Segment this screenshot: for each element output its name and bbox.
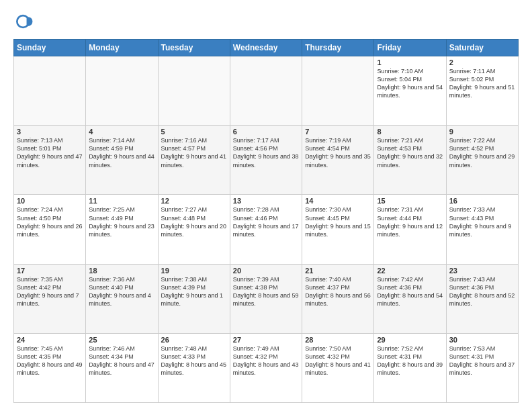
- calendar-day: 14Sunrise: 7:30 AM Sunset: 4:45 PM Dayli…: [302, 195, 374, 264]
- calendar-day: 3Sunrise: 7:13 AM Sunset: 5:01 PM Daylig…: [14, 126, 86, 195]
- calendar-day: 2Sunrise: 7:11 AM Sunset: 5:02 PM Daylig…: [446, 56, 518, 126]
- calendar-day: 30Sunrise: 7:53 AM Sunset: 4:31 PM Dayli…: [446, 333, 518, 402]
- day-info: Sunrise: 7:39 AM Sunset: 4:38 PM Dayligh…: [233, 275, 299, 308]
- page: SundayMondayTuesdayWednesdayThursdayFrid…: [0, 0, 532, 411]
- col-header-sunday: Sunday: [14, 40, 86, 56]
- calendar-day: 5Sunrise: 7:16 AM Sunset: 4:57 PM Daylig…: [158, 126, 230, 195]
- day-number: 17: [17, 267, 83, 275]
- calendar-day: 9Sunrise: 7:22 AM Sunset: 4:52 PM Daylig…: [446, 126, 518, 195]
- day-info: Sunrise: 7:28 AM Sunset: 4:46 PM Dayligh…: [233, 205, 299, 238]
- day-number: 20: [233, 267, 299, 275]
- col-header-wednesday: Wednesday: [230, 40, 302, 56]
- day-number: 7: [305, 128, 371, 136]
- calendar-day: 20Sunrise: 7:39 AM Sunset: 4:38 PM Dayli…: [230, 264, 302, 333]
- calendar-day: 23Sunrise: 7:43 AM Sunset: 4:36 PM Dayli…: [446, 264, 518, 333]
- calendar-day: [230, 56, 302, 126]
- day-number: 11: [89, 197, 154, 205]
- day-info: Sunrise: 7:49 AM Sunset: 4:32 PM Dayligh…: [233, 345, 299, 377]
- day-info: Sunrise: 7:48 AM Sunset: 4:33 PM Dayligh…: [161, 345, 227, 377]
- day-number: 10: [17, 197, 83, 205]
- header: [13, 11, 519, 32]
- day-info: Sunrise: 7:11 AM Sunset: 5:02 PM Dayligh…: [449, 67, 515, 100]
- calendar-day: 17Sunrise: 7:35 AM Sunset: 4:42 PM Dayli…: [14, 264, 86, 333]
- day-info: Sunrise: 7:43 AM Sunset: 4:36 PM Dayligh…: [449, 275, 515, 308]
- calendar-day: 13Sunrise: 7:28 AM Sunset: 4:46 PM Dayli…: [230, 195, 302, 264]
- day-number: 27: [233, 336, 299, 344]
- day-number: 18: [89, 267, 154, 275]
- day-number: 26: [161, 336, 227, 344]
- day-number: 5: [161, 128, 227, 136]
- calendar-day: 4Sunrise: 7:14 AM Sunset: 4:59 PM Daylig…: [86, 126, 158, 195]
- day-number: 12: [161, 197, 227, 205]
- day-number: 22: [377, 267, 443, 275]
- day-number: 19: [161, 267, 227, 275]
- day-info: Sunrise: 7:24 AM Sunset: 4:50 PM Dayligh…: [17, 205, 83, 238]
- calendar-day: [14, 56, 86, 126]
- day-info: Sunrise: 7:53 AM Sunset: 4:31 PM Dayligh…: [449, 345, 515, 377]
- calendar-day: 26Sunrise: 7:48 AM Sunset: 4:33 PM Dayli…: [158, 333, 230, 402]
- day-info: Sunrise: 7:16 AM Sunset: 4:57 PM Dayligh…: [161, 136, 227, 169]
- day-info: Sunrise: 7:42 AM Sunset: 4:36 PM Dayligh…: [377, 275, 443, 308]
- calendar-week-5: 24Sunrise: 7:45 AM Sunset: 4:35 PM Dayli…: [14, 333, 519, 402]
- calendar-week-4: 17Sunrise: 7:35 AM Sunset: 4:42 PM Dayli…: [14, 264, 519, 333]
- day-info: Sunrise: 7:45 AM Sunset: 4:35 PM Dayligh…: [17, 345, 83, 377]
- calendar-day: 6Sunrise: 7:17 AM Sunset: 4:56 PM Daylig…: [230, 126, 302, 195]
- day-number: 15: [377, 197, 443, 205]
- calendar-day: 19Sunrise: 7:38 AM Sunset: 4:39 PM Dayli…: [158, 264, 230, 333]
- day-number: 25: [89, 336, 154, 344]
- day-number: 30: [449, 336, 515, 344]
- calendar-day: [86, 56, 158, 126]
- calendar-table: SundayMondayTuesdayWednesdayThursdayFrid…: [13, 39, 519, 403]
- calendar-day: 28Sunrise: 7:50 AM Sunset: 4:32 PM Dayli…: [302, 333, 374, 402]
- day-info: Sunrise: 7:36 AM Sunset: 4:40 PM Dayligh…: [89, 275, 154, 308]
- day-number: 29: [377, 336, 443, 344]
- calendar-week-2: 3Sunrise: 7:13 AM Sunset: 5:01 PM Daylig…: [14, 126, 519, 195]
- calendar-day: 29Sunrise: 7:52 AM Sunset: 4:31 PM Dayli…: [374, 333, 446, 402]
- calendar-day: 18Sunrise: 7:36 AM Sunset: 4:40 PM Dayli…: [86, 264, 158, 333]
- day-info: Sunrise: 7:25 AM Sunset: 4:49 PM Dayligh…: [89, 205, 154, 238]
- day-number: 8: [377, 128, 443, 136]
- day-info: Sunrise: 7:17 AM Sunset: 4:56 PM Dayligh…: [233, 136, 299, 169]
- day-number: 16: [449, 197, 515, 205]
- calendar-day: 16Sunrise: 7:33 AM Sunset: 4:43 PM Dayli…: [446, 195, 518, 264]
- day-number: 1: [377, 58, 443, 66]
- day-number: 6: [233, 128, 299, 136]
- col-header-tuesday: Tuesday: [158, 40, 230, 56]
- calendar-day: 7Sunrise: 7:19 AM Sunset: 4:54 PM Daylig…: [302, 126, 374, 195]
- day-number: 23: [449, 267, 515, 275]
- calendar-day: 1Sunrise: 7:10 AM Sunset: 5:04 PM Daylig…: [374, 56, 446, 126]
- col-header-thursday: Thursday: [302, 40, 374, 56]
- day-info: Sunrise: 7:14 AM Sunset: 4:59 PM Dayligh…: [89, 136, 154, 169]
- calendar-day: 27Sunrise: 7:49 AM Sunset: 4:32 PM Dayli…: [230, 333, 302, 402]
- day-number: 9: [449, 128, 515, 136]
- calendar-day: 10Sunrise: 7:24 AM Sunset: 4:50 PM Dayli…: [14, 195, 86, 264]
- calendar-day: 12Sunrise: 7:27 AM Sunset: 4:48 PM Dayli…: [158, 195, 230, 264]
- day-info: Sunrise: 7:19 AM Sunset: 4:54 PM Dayligh…: [305, 136, 371, 169]
- day-number: 3: [17, 128, 83, 136]
- day-info: Sunrise: 7:10 AM Sunset: 5:04 PM Dayligh…: [377, 67, 443, 100]
- day-info: Sunrise: 7:50 AM Sunset: 4:32 PM Dayligh…: [305, 345, 371, 377]
- day-info: Sunrise: 7:21 AM Sunset: 4:53 PM Dayligh…: [377, 136, 443, 169]
- calendar-day: 15Sunrise: 7:31 AM Sunset: 4:44 PM Dayli…: [374, 195, 446, 264]
- col-header-monday: Monday: [86, 40, 158, 56]
- day-info: Sunrise: 7:33 AM Sunset: 4:43 PM Dayligh…: [449, 205, 515, 238]
- day-info: Sunrise: 7:31 AM Sunset: 4:44 PM Dayligh…: [377, 205, 443, 238]
- day-info: Sunrise: 7:13 AM Sunset: 5:01 PM Dayligh…: [17, 136, 83, 169]
- calendar-day: [158, 56, 230, 126]
- col-header-friday: Friday: [374, 40, 446, 56]
- calendar-week-3: 10Sunrise: 7:24 AM Sunset: 4:50 PM Dayli…: [14, 195, 519, 264]
- day-number: 4: [89, 128, 154, 136]
- logo: [13, 11, 38, 32]
- day-number: 21: [305, 267, 371, 275]
- calendar-day: 22Sunrise: 7:42 AM Sunset: 4:36 PM Dayli…: [374, 264, 446, 333]
- calendar-day: 25Sunrise: 7:46 AM Sunset: 4:34 PM Dayli…: [86, 333, 158, 402]
- calendar-day: [302, 56, 374, 126]
- day-info: Sunrise: 7:38 AM Sunset: 4:39 PM Dayligh…: [161, 275, 227, 308]
- col-header-saturday: Saturday: [446, 40, 518, 56]
- logo-icon: [13, 11, 35, 32]
- calendar-day: 24Sunrise: 7:45 AM Sunset: 4:35 PM Dayli…: [14, 333, 86, 402]
- day-info: Sunrise: 7:30 AM Sunset: 4:45 PM Dayligh…: [305, 205, 371, 238]
- day-info: Sunrise: 7:40 AM Sunset: 4:37 PM Dayligh…: [305, 275, 371, 308]
- calendar-day: 21Sunrise: 7:40 AM Sunset: 4:37 PM Dayli…: [302, 264, 374, 333]
- day-number: 13: [233, 197, 299, 205]
